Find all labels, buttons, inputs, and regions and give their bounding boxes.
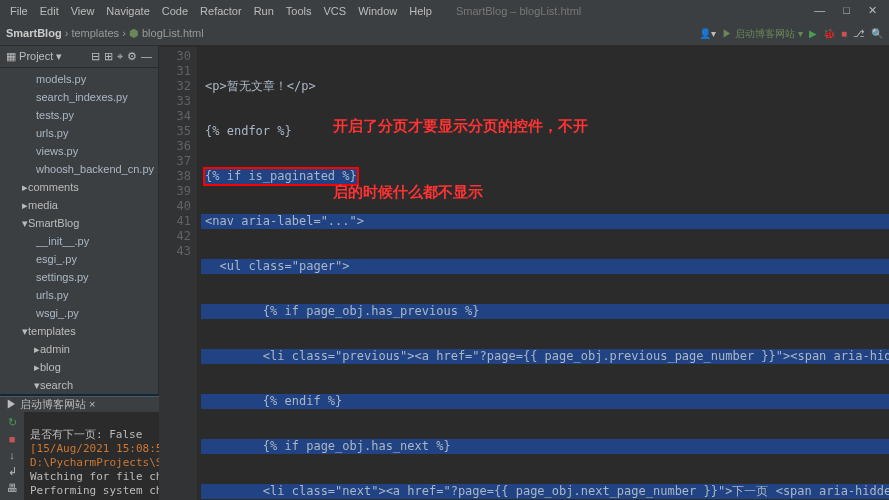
file-urls2[interactable]: urls.py xyxy=(36,287,68,303)
dir-indexes[interactable]: indexes xyxy=(52,395,90,396)
annotation-text: 开启了分页才要显示分页的控件，不开 启的时候什么都不显示 xyxy=(333,71,588,247)
run-tab[interactable]: ▶ 启动博客网站 × xyxy=(6,397,96,412)
expand-icon[interactable]: ⊞ xyxy=(104,50,113,63)
close-icon[interactable]: ✕ xyxy=(862,2,883,19)
search-icon[interactable]: 🔍 xyxy=(871,28,883,39)
file-search-indexes[interactable]: search_indexes.py xyxy=(36,89,128,105)
stop-run-icon[interactable]: ■ xyxy=(9,433,16,445)
menu-code[interactable]: Code xyxy=(156,3,194,19)
dir-blog[interactable]: blog xyxy=(40,359,61,375)
run-gutter: ↻ ■ ↓ ↲ 🖶 🗑 xyxy=(0,412,24,500)
run-config-selector[interactable]: ▶ 启动博客网站 ▾ xyxy=(722,27,803,41)
stop-icon[interactable]: ■ xyxy=(841,28,847,39)
dir-media[interactable]: media xyxy=(28,197,58,213)
dir-search[interactable]: search xyxy=(40,377,73,393)
project-panel: ▦ Project ▾ ⊟ ⊞ ⌖ ⚙ — models.py search_i… xyxy=(0,46,159,396)
navigation-bar: SmartBlog › templates › ⬢ blogList.html … xyxy=(0,22,889,46)
menubar: File Edit View Navigate Code Refactor Ru… xyxy=(0,0,889,22)
file-wsgi[interactable]: wsgi_.py xyxy=(36,305,79,321)
maximize-icon[interactable]: □ xyxy=(837,2,856,19)
project-tool-header: ▦ Project ▾ ⊟ ⊞ ⌖ ⚙ — xyxy=(0,46,158,68)
wrap-icon[interactable]: ↲ xyxy=(8,465,17,478)
scroll-icon[interactable]: ⌖ xyxy=(117,50,123,63)
hide-icon[interactable]: — xyxy=(141,50,152,63)
editor-area: ◆ settings.py◆ models.py◆ forms.py◆ comm… xyxy=(159,46,889,396)
menu-navigate[interactable]: Navigate xyxy=(100,3,155,19)
dir-templates[interactable]: templates xyxy=(28,323,76,339)
dir-comments[interactable]: comments xyxy=(28,179,79,195)
menu-window[interactable]: Window xyxy=(352,3,403,19)
dir-admin[interactable]: admin xyxy=(40,341,70,357)
menu-run[interactable]: Run xyxy=(248,3,280,19)
main-area: ▦ Project ▾ ⊟ ⊞ ⌖ ⚙ — models.py search_i… xyxy=(0,46,889,396)
user-icon[interactable]: 👤▾ xyxy=(699,28,716,39)
debug-icon[interactable]: 🐞 xyxy=(823,28,835,39)
menu-refactor[interactable]: Refactor xyxy=(194,3,248,19)
menu-vcs[interactable]: VCS xyxy=(318,3,353,19)
collapse-icon[interactable]: ⊟ xyxy=(91,50,100,63)
file-init[interactable]: __init__.py xyxy=(36,233,89,249)
menu-edit[interactable]: Edit xyxy=(34,3,65,19)
project-tree[interactable]: models.py search_indexes.py tests.py url… xyxy=(0,68,158,396)
file-urls[interactable]: urls.py xyxy=(36,125,68,141)
file-whoosh[interactable]: whoosh_backend_cn.py xyxy=(36,161,154,177)
run-icon[interactable]: ▶ xyxy=(809,28,817,39)
code-content[interactable]: <p>暂无文章！</p> {% endfor %} {% if is_pagin… xyxy=(197,47,889,500)
minimize-icon[interactable]: — xyxy=(808,2,831,19)
rerun-icon[interactable]: ↻ xyxy=(8,416,17,429)
menu-tools[interactable]: Tools xyxy=(280,3,318,19)
menu-help[interactable]: Help xyxy=(403,3,438,19)
file-models[interactable]: models.py xyxy=(36,71,86,87)
gear-icon[interactable]: ⚙ xyxy=(127,50,137,63)
down-icon[interactable]: ↓ xyxy=(9,449,15,461)
project-label[interactable]: ▦ Project ▾ xyxy=(6,50,62,63)
breadcrumb[interactable]: SmartBlog › templates › ⬢ blogList.html xyxy=(6,27,204,40)
file-settings[interactable]: settings.py xyxy=(36,269,89,285)
file-tests[interactable]: tests.py xyxy=(36,107,74,123)
gutter: 3031323334353637383940414243 xyxy=(159,47,197,500)
window-title: SmartBlog – blogList.html xyxy=(450,3,587,19)
menu-file[interactable]: File xyxy=(4,3,34,19)
print-icon[interactable]: 🖶 xyxy=(7,482,18,494)
file-views[interactable]: views.py xyxy=(36,143,78,159)
code-editor[interactable]: 3031323334353637383940414243 <p>暂无文章！</p… xyxy=(159,47,889,500)
menu-view[interactable]: View xyxy=(65,3,101,19)
dir-smartblog[interactable]: SmartBlog xyxy=(28,215,79,231)
vcs-icon[interactable]: ⎇ xyxy=(853,28,865,39)
file-esgi[interactable]: esgi_.py xyxy=(36,251,77,267)
